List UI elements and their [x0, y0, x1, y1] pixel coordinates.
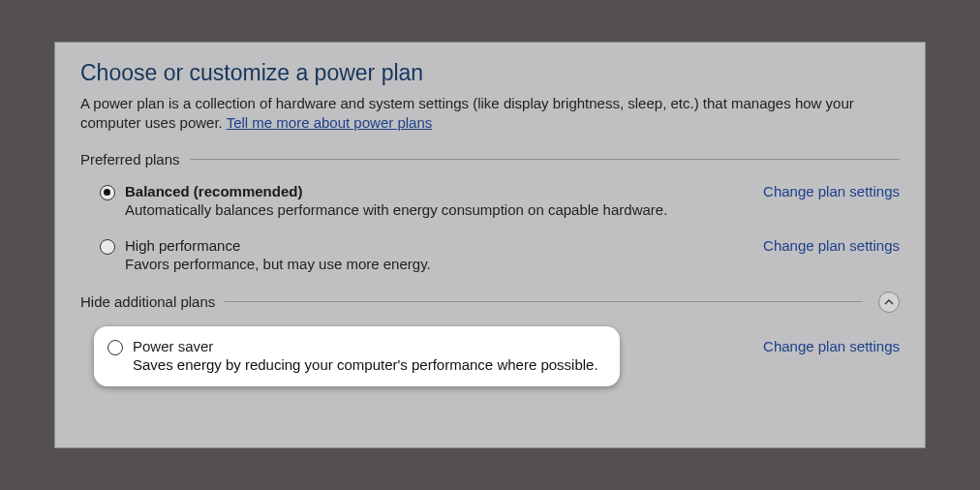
plan-desc: Automatically balances performance with …: [125, 201, 740, 218]
additional-plans-header: Hide additional plans: [80, 291, 900, 313]
radio-power-saver[interactable]: [107, 340, 123, 355]
radio-high-performance[interactable]: [100, 239, 115, 255]
plan-desc: Saves energy by reducing your computer's…: [133, 356, 598, 373]
intro-text: A power plan is a collection of hardware…: [80, 94, 900, 134]
intro-body: A power plan is a collection of hardware…: [80, 95, 854, 131]
page-title: Choose or customize a power plan: [80, 60, 900, 86]
change-plan-settings-link[interactable]: Change plan settings: [763, 183, 900, 199]
plan-body: Balanced (recommended) Automatically bal…: [125, 183, 740, 218]
plan-balanced: Balanced (recommended) Automatically bal…: [100, 177, 900, 231]
preferred-plans-list: Balanced (recommended) Automatically bal…: [80, 177, 900, 286]
additional-plans-list: Power saver Saves energy by reducing you…: [80, 322, 900, 388]
learn-more-link[interactable]: Tell me more about power plans: [227, 114, 433, 131]
plan-body: High performance Favors performance, but…: [125, 237, 740, 272]
plan-power-saver-row: Power saver Saves energy by reducing you…: [100, 322, 900, 388]
plan-name: Balanced (recommended): [125, 183, 740, 199]
divider: [190, 159, 900, 160]
plan-power-saver-highlight: Power saver Saves energy by reducing you…: [94, 326, 620, 386]
plan-desc: Favors performance, but may use more ene…: [125, 256, 740, 272]
plan-name: Power saver: [133, 338, 598, 354]
power-options-panel: Choose or customize a power plan A power…: [54, 42, 926, 448]
plan-body: Power saver Saves energy by reducing you…: [133, 338, 598, 373]
divider: [225, 301, 863, 302]
chevron-up-icon: [884, 297, 894, 307]
plan-name: High performance: [125, 237, 740, 254]
change-plan-settings-link[interactable]: Change plan settings: [763, 237, 900, 254]
plan-high-performance: High performance Favors performance, but…: [100, 231, 900, 286]
additional-plans-label[interactable]: Hide additional plans: [80, 293, 215, 310]
change-plan-settings-link[interactable]: Change plan settings: [763, 338, 900, 354]
radio-balanced[interactable]: [100, 185, 115, 200]
collapse-additional-button[interactable]: [878, 291, 900, 313]
preferred-plans-label: Preferred plans: [80, 151, 180, 168]
preferred-plans-header: Preferred plans: [80, 151, 900, 168]
